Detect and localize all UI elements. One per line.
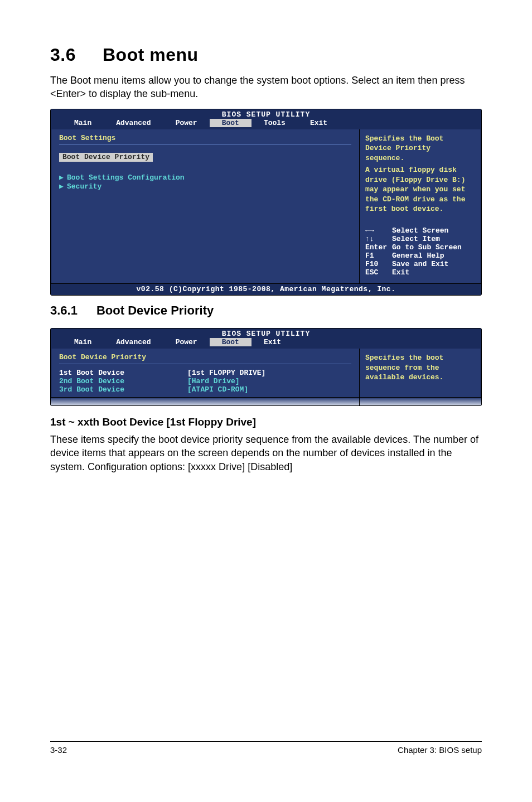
section-title-text: Boot menu: [103, 45, 199, 65]
bios-title: BIOS SETUP UTILITY: [51, 109, 481, 119]
menu-item-boot-device-priority[interactable]: Boot Device Priority: [59, 153, 153, 162]
tab-power[interactable]: Power: [163, 338, 210, 346]
tab-tools[interactable]: Tools: [252, 119, 298, 127]
help-text: Specifies the boot sequence from the ava…: [365, 353, 475, 383]
option-3rd-boot-device[interactable]: 3rd Boot Device [ATAPI CD-ROM]: [59, 385, 351, 394]
tab-exit[interactable]: Exit: [298, 119, 340, 127]
chapter-label: Chapter 3: BIOS setup: [398, 745, 482, 755]
option-heading: 1st ~ xxth Boot Device [1st Floppy Drive…: [50, 416, 482, 428]
tab-power[interactable]: Power: [163, 119, 210, 127]
subsection-number: 3.6.1: [50, 303, 78, 318]
help-text: Specifies the Boot Device Priority seque…: [365, 134, 475, 163]
help-text-2: A virtual floppy disk drive (Floppy Driv…: [365, 165, 475, 214]
subsection-heading: 3.6.1Boot Device Priority: [50, 303, 482, 318]
tab-advanced[interactable]: Advanced: [104, 338, 163, 346]
section-number: 3.6: [50, 45, 76, 65]
submenu-arrow-icon: ▶: [59, 182, 67, 191]
menu-item-boot-settings-config[interactable]: ▶Boot Settings Configuration: [59, 173, 351, 182]
tab-main[interactable]: Main: [62, 338, 104, 346]
bios-title: BIOS SETUP UTILITY: [51, 328, 481, 338]
menu-item-security[interactable]: ▶Security: [59, 182, 351, 191]
panel-title: Boot Device Priority: [59, 353, 351, 361]
option-1st-boot-device[interactable]: 1st Boot Device [1st FLOPPY DRIVE]: [59, 369, 351, 377]
tab-boot[interactable]: Boot: [210, 119, 252, 127]
submenu-arrow-icon: ▶: [59, 173, 67, 182]
option-description: These items specify the boot device prio…: [50, 433, 482, 474]
subsection-title: Boot Device Priority: [96, 303, 214, 317]
bios-tabs: Main Advanced Power Boot Tools Exit: [51, 119, 481, 129]
key-legend: ←→Select Screen ↑↓Select Item EnterGo to…: [365, 226, 475, 277]
page-number: 3-32: [50, 745, 67, 755]
intro-paragraph: The Boot menu items allow you to change …: [50, 74, 482, 101]
section-heading: 3.6Boot menu: [50, 45, 482, 65]
panel-title: Boot Settings: [59, 134, 351, 142]
tab-main[interactable]: Main: [62, 119, 104, 127]
bios-copyright: v02.58 (C)Copyright 1985-2008, American …: [51, 284, 481, 295]
page-footer: 3-32 Chapter 3: BIOS setup: [50, 741, 482, 771]
tab-boot[interactable]: Boot: [210, 338, 252, 346]
tab-exit[interactable]: Exit: [252, 338, 293, 346]
bios-screen-boot-device-priority: BIOS SETUP UTILITY Main Advanced Power B…: [50, 328, 482, 406]
tab-advanced[interactable]: Advanced: [104, 119, 163, 127]
option-2nd-boot-device[interactable]: 2nd Boot Device [Hard Drive]: [59, 377, 351, 385]
bios-tabs: Main Advanced Power Boot Exit: [51, 338, 481, 349]
bios-screen-boot-menu: BIOS SETUP UTILITY Main Advanced Power B…: [50, 109, 482, 296]
